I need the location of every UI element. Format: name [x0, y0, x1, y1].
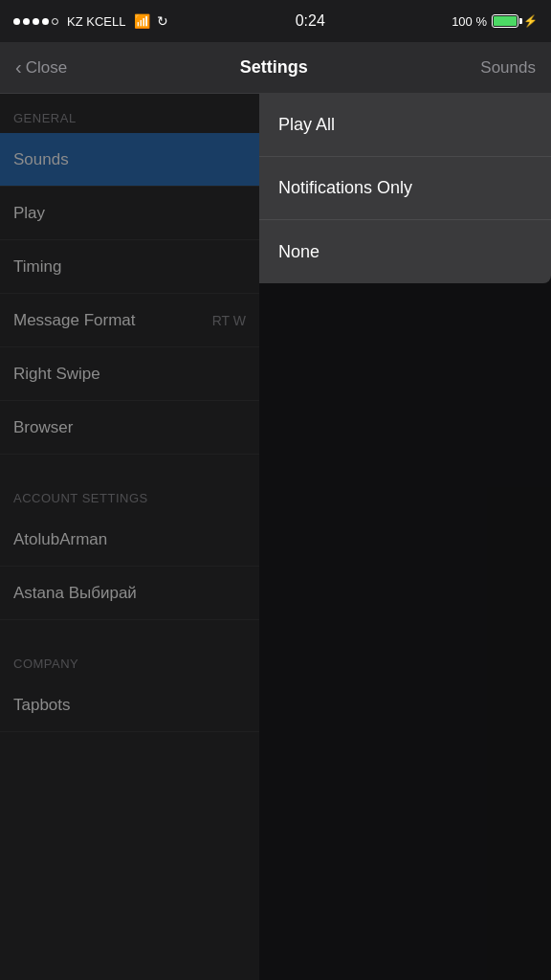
back-label: Close	[26, 58, 67, 78]
main-container: GENERAL Sounds Play Timing Message Forma…	[0, 94, 551, 980]
dropdown-item-notifications-only[interactable]: Notifications Only	[259, 157, 551, 220]
status-time: 0:24	[296, 12, 325, 30]
lightning-icon: ⚡	[523, 14, 538, 28]
back-chevron-icon: ‹	[15, 56, 22, 78]
sounds-dropdown: Play All Notifications Only None	[259, 94, 551, 283]
signal-dot-2	[23, 18, 30, 25]
status-bar: KZ KCELL 📶 ↻ 0:24 100 % ⚡	[0, 0, 551, 42]
signal-dot-1	[13, 18, 20, 25]
nav-bar: ‹ Close Settings Sounds	[0, 42, 551, 94]
battery-fill	[494, 16, 517, 26]
dropdown-item-notifications-only-label: Notifications Only	[278, 178, 412, 198]
battery-container	[492, 14, 518, 28]
signal-dot-3	[33, 18, 39, 25]
signal-dot-4	[42, 18, 49, 25]
signal-dot-5	[52, 18, 58, 25]
battery-percent: 100 %	[452, 14, 487, 29]
nav-back-button[interactable]: ‹ Close	[15, 56, 67, 78]
dropdown-item-none[interactable]: None	[259, 220, 551, 283]
battery-icon	[492, 14, 518, 28]
status-right: 100 % ⚡	[452, 14, 538, 29]
refresh-icon: ↻	[157, 13, 168, 29]
sounds-button[interactable]: Sounds	[480, 58, 536, 78]
carrier-label: KZ KCELL	[67, 14, 125, 29]
dropdown-item-none-label: None	[278, 242, 320, 262]
nav-title: Settings	[240, 57, 308, 78]
wifi-icon: 📶	[134, 13, 150, 29]
signal-dots	[13, 18, 58, 25]
status-left: KZ KCELL 📶 ↻	[13, 13, 168, 29]
dropdown-item-play-all-label: Play All	[278, 115, 335, 135]
dropdown-item-play-all[interactable]: Play All	[259, 94, 551, 157]
